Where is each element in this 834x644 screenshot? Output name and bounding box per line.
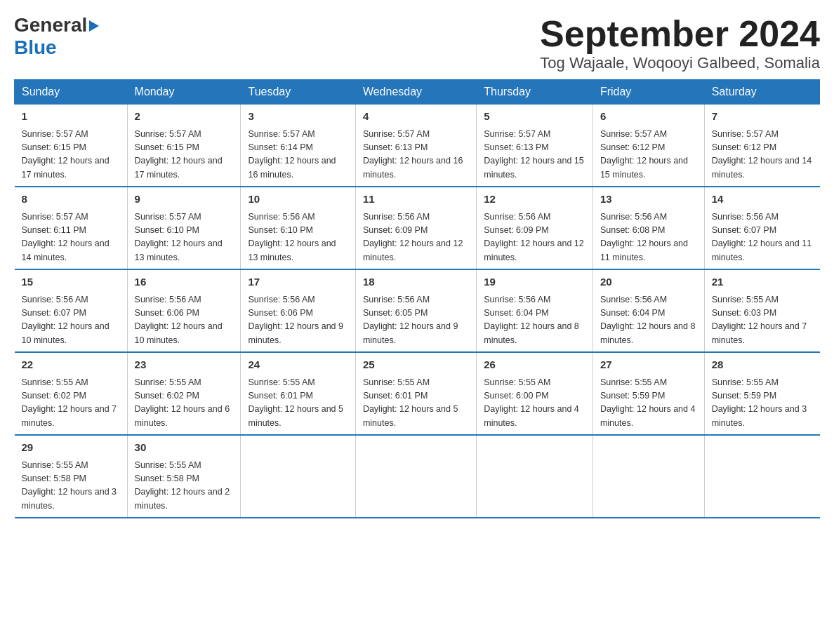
month-title: September 2024 bbox=[540, 14, 820, 54]
day-number: 5 bbox=[484, 109, 585, 125]
day-number: 6 bbox=[600, 109, 697, 125]
calendar-week-row: 15Sunrise: 5:56 AMSunset: 6:07 PMDayligh… bbox=[15, 269, 820, 352]
day-info: Sunrise: 5:55 AMSunset: 6:02 PMDaylight:… bbox=[135, 376, 234, 431]
calendar-header-saturday: Saturday bbox=[704, 80, 819, 105]
calendar-header-monday: Monday bbox=[127, 80, 241, 105]
logo-arrow-icon bbox=[89, 20, 99, 32]
day-number: 4 bbox=[363, 109, 469, 125]
day-info: Sunrise: 5:55 AMSunset: 6:03 PMDaylight:… bbox=[712, 293, 813, 348]
day-info: Sunrise: 5:55 AMSunset: 6:02 PMDaylight:… bbox=[22, 376, 120, 431]
calendar-cell: 6Sunrise: 5:57 AMSunset: 6:12 PMDaylight… bbox=[593, 105, 704, 187]
day-info: Sunrise: 5:56 AMSunset: 6:10 PMDaylight:… bbox=[248, 210, 348, 265]
day-number: 2 bbox=[135, 109, 234, 125]
location-title: Tog Wajaale, Woqooyi Galbeed, Somalia bbox=[540, 54, 820, 72]
day-number: 21 bbox=[712, 274, 813, 290]
day-number: 16 bbox=[135, 274, 234, 290]
calendar-week-row: 22Sunrise: 5:55 AMSunset: 6:02 PMDayligh… bbox=[15, 352, 820, 435]
day-info: Sunrise: 5:57 AMSunset: 6:15 PMDaylight:… bbox=[135, 128, 234, 182]
day-number: 23 bbox=[135, 357, 234, 373]
day-info: Sunrise: 5:56 AMSunset: 6:09 PMDaylight:… bbox=[363, 210, 469, 265]
calendar-cell: 3Sunrise: 5:57 AMSunset: 6:14 PMDaylight… bbox=[241, 105, 355, 187]
calendar-header-tuesday: Tuesday bbox=[241, 80, 355, 105]
calendar-cell: 10Sunrise: 5:56 AMSunset: 6:10 PMDayligh… bbox=[241, 187, 355, 269]
day-number: 15 bbox=[22, 274, 120, 290]
calendar-cell: 21Sunrise: 5:55 AMSunset: 6:03 PMDayligh… bbox=[704, 269, 819, 352]
calendar-table: SundayMondayTuesdayWednesdayThursdayFrid… bbox=[14, 79, 820, 518]
day-info: Sunrise: 5:55 AMSunset: 5:59 PMDaylight:… bbox=[712, 376, 813, 431]
day-info: Sunrise: 5:57 AMSunset: 6:13 PMDaylight:… bbox=[484, 128, 585, 182]
calendar-cell: 27Sunrise: 5:55 AMSunset: 5:59 PMDayligh… bbox=[593, 352, 704, 435]
calendar-cell: 4Sunrise: 5:57 AMSunset: 6:13 PMDaylight… bbox=[355, 105, 476, 187]
logo-general-text: General bbox=[14, 14, 87, 36]
day-info: Sunrise: 5:57 AMSunset: 6:11 PMDaylight:… bbox=[22, 210, 120, 265]
calendar-cell: 28Sunrise: 5:55 AMSunset: 5:59 PMDayligh… bbox=[704, 352, 819, 435]
day-info: Sunrise: 5:57 AMSunset: 6:12 PMDaylight:… bbox=[600, 128, 697, 182]
day-info: Sunrise: 5:55 AMSunset: 5:59 PMDaylight:… bbox=[600, 376, 697, 431]
calendar-header-sunday: Sunday bbox=[15, 80, 128, 105]
calendar-cell: 26Sunrise: 5:55 AMSunset: 6:00 PMDayligh… bbox=[477, 352, 593, 435]
day-number: 3 bbox=[248, 109, 348, 125]
calendar-cell: 20Sunrise: 5:56 AMSunset: 6:04 PMDayligh… bbox=[593, 269, 704, 352]
calendar-cell: 1Sunrise: 5:57 AMSunset: 6:15 PMDaylight… bbox=[15, 105, 128, 187]
day-number: 29 bbox=[22, 440, 120, 456]
day-number: 22 bbox=[22, 357, 120, 373]
calendar-cell bbox=[355, 435, 476, 518]
day-info: Sunrise: 5:57 AMSunset: 6:15 PMDaylight:… bbox=[22, 128, 120, 182]
day-info: Sunrise: 5:55 AMSunset: 5:58 PMDaylight:… bbox=[22, 459, 120, 514]
calendar-cell bbox=[593, 435, 704, 518]
day-number: 18 bbox=[363, 274, 469, 290]
calendar-cell: 18Sunrise: 5:56 AMSunset: 6:05 PMDayligh… bbox=[355, 269, 476, 352]
day-number: 7 bbox=[712, 109, 813, 125]
day-info: Sunrise: 5:56 AMSunset: 6:06 PMDaylight:… bbox=[248, 293, 348, 348]
calendar-header-friday: Friday bbox=[593, 80, 704, 105]
calendar-cell: 30Sunrise: 5:55 AMSunset: 5:58 PMDayligh… bbox=[127, 435, 241, 518]
page-header: General Blue September 2024 Tog Wajaale,… bbox=[14, 14, 820, 72]
calendar-header-wednesday: Wednesday bbox=[355, 80, 476, 105]
day-info: Sunrise: 5:55 AMSunset: 6:00 PMDaylight:… bbox=[484, 376, 585, 431]
calendar-week-row: 1Sunrise: 5:57 AMSunset: 6:15 PMDaylight… bbox=[15, 105, 820, 187]
calendar-header-row: SundayMondayTuesdayWednesdayThursdayFrid… bbox=[15, 80, 820, 105]
calendar-cell: 9Sunrise: 5:57 AMSunset: 6:10 PMDaylight… bbox=[127, 187, 241, 269]
day-number: 19 bbox=[484, 274, 585, 290]
day-number: 8 bbox=[22, 192, 120, 208]
day-number: 27 bbox=[600, 357, 697, 373]
title-area: September 2024 Tog Wajaale, Woqooyi Galb… bbox=[540, 14, 820, 72]
calendar-cell: 24Sunrise: 5:55 AMSunset: 6:01 PMDayligh… bbox=[241, 352, 355, 435]
day-number: 26 bbox=[484, 357, 585, 373]
calendar-cell: 5Sunrise: 5:57 AMSunset: 6:13 PMDaylight… bbox=[477, 105, 593, 187]
day-number: 1 bbox=[22, 109, 120, 125]
calendar-cell: 11Sunrise: 5:56 AMSunset: 6:09 PMDayligh… bbox=[355, 187, 476, 269]
calendar-cell bbox=[477, 435, 593, 518]
day-info: Sunrise: 5:56 AMSunset: 6:06 PMDaylight:… bbox=[135, 293, 234, 348]
day-info: Sunrise: 5:56 AMSunset: 6:05 PMDaylight:… bbox=[363, 293, 469, 348]
calendar-header-thursday: Thursday bbox=[477, 80, 593, 105]
day-info: Sunrise: 5:56 AMSunset: 6:07 PMDaylight:… bbox=[712, 210, 813, 265]
logo-blue-text: Blue bbox=[14, 36, 99, 59]
calendar-cell: 13Sunrise: 5:56 AMSunset: 6:08 PMDayligh… bbox=[593, 187, 704, 269]
calendar-cell: 29Sunrise: 5:55 AMSunset: 5:58 PMDayligh… bbox=[15, 435, 128, 518]
day-number: 11 bbox=[363, 192, 469, 208]
day-number: 13 bbox=[600, 192, 697, 208]
calendar-cell bbox=[704, 435, 819, 518]
calendar-cell: 17Sunrise: 5:56 AMSunset: 6:06 PMDayligh… bbox=[241, 269, 355, 352]
calendar-cell: 23Sunrise: 5:55 AMSunset: 6:02 PMDayligh… bbox=[127, 352, 241, 435]
day-number: 24 bbox=[248, 357, 348, 373]
calendar-cell: 8Sunrise: 5:57 AMSunset: 6:11 PMDaylight… bbox=[15, 187, 128, 269]
day-number: 25 bbox=[363, 357, 469, 373]
calendar-cell: 16Sunrise: 5:56 AMSunset: 6:06 PMDayligh… bbox=[127, 269, 241, 352]
calendar-cell: 14Sunrise: 5:56 AMSunset: 6:07 PMDayligh… bbox=[704, 187, 819, 269]
day-number: 28 bbox=[712, 357, 813, 373]
day-info: Sunrise: 5:57 AMSunset: 6:13 PMDaylight:… bbox=[363, 128, 469, 182]
calendar-cell bbox=[241, 435, 355, 518]
day-info: Sunrise: 5:56 AMSunset: 6:07 PMDaylight:… bbox=[22, 293, 120, 348]
day-info: Sunrise: 5:56 AMSunset: 6:09 PMDaylight:… bbox=[484, 210, 585, 265]
day-number: 14 bbox=[712, 192, 813, 208]
day-number: 17 bbox=[248, 274, 348, 290]
day-info: Sunrise: 5:55 AMSunset: 5:58 PMDaylight:… bbox=[135, 459, 234, 514]
calendar-week-row: 8Sunrise: 5:57 AMSunset: 6:11 PMDaylight… bbox=[15, 187, 820, 269]
calendar-cell: 22Sunrise: 5:55 AMSunset: 6:02 PMDayligh… bbox=[15, 352, 128, 435]
day-number: 10 bbox=[248, 192, 348, 208]
day-info: Sunrise: 5:56 AMSunset: 6:08 PMDaylight:… bbox=[600, 210, 697, 265]
day-info: Sunrise: 5:55 AMSunset: 6:01 PMDaylight:… bbox=[248, 376, 348, 431]
day-info: Sunrise: 5:57 AMSunset: 6:14 PMDaylight:… bbox=[248, 128, 348, 182]
